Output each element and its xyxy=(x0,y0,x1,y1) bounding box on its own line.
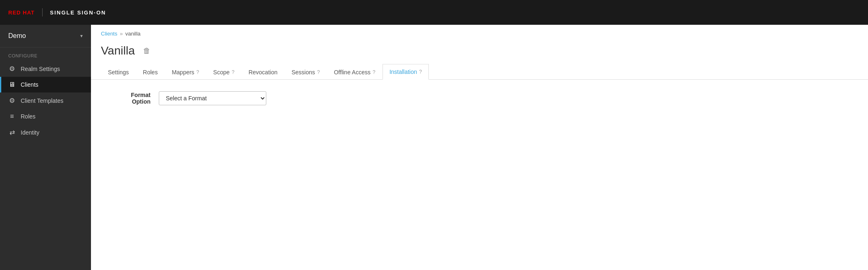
breadcrumb-clients-link[interactable]: Clients xyxy=(101,31,117,37)
breadcrumb: Clients » vanilla xyxy=(91,25,868,40)
sidebar-configure-label: Configure xyxy=(0,47,91,61)
tab-offline-access[interactable]: Offline Access ? xyxy=(327,64,382,80)
mappers-help-icon: ? xyxy=(196,69,199,75)
tab-roles[interactable]: Roles xyxy=(136,64,165,80)
sidebar-item-client-templates[interactable]: ⚙ Client Templates xyxy=(0,92,91,109)
realm-selector[interactable]: Demo ▾ xyxy=(0,25,91,47)
sidebar-item-realm-settings[interactable]: ⚙ Realm Settings xyxy=(0,61,91,77)
page-title: Vanilla xyxy=(101,44,135,57)
sessions-help-icon: ? xyxy=(317,69,320,75)
offline-access-help-icon: ? xyxy=(373,69,375,75)
trash-icon: 🗑 xyxy=(143,47,151,55)
tabs-bar: Settings Roles Mappers ? Scope ? Revocat… xyxy=(91,64,868,80)
page-header: Vanilla 🗑 xyxy=(91,40,868,57)
tab-settings-label: Settings xyxy=(108,69,129,76)
realm-name: Demo xyxy=(8,32,26,40)
sidebar-item-identity[interactable]: ⇄ Identity xyxy=(0,124,91,140)
tab-mappers[interactable]: Mappers ? xyxy=(165,64,206,80)
client-templates-icon: ⚙ xyxy=(8,97,16,104)
format-label-line2: Option xyxy=(101,98,151,105)
brand-sso-text: SINGLE SIGN-ON xyxy=(50,9,106,16)
tab-installation[interactable]: Installation ? xyxy=(383,64,429,80)
identity-icon: ⇄ xyxy=(8,128,16,136)
tab-roles-label: Roles xyxy=(143,69,158,76)
sidebar-item-realm-settings-label: Realm Settings xyxy=(21,66,60,72)
realm-settings-icon: ⚙ xyxy=(8,65,16,73)
sidebar-item-roles-label: Roles xyxy=(21,113,36,120)
scope-help-icon: ? xyxy=(232,69,234,75)
tab-offline-access-label: Offline Access xyxy=(334,69,370,76)
tab-installation-label: Installation xyxy=(390,69,417,75)
realm-chevron-icon: ▾ xyxy=(80,33,83,39)
tab-sessions[interactable]: Sessions ? xyxy=(285,64,327,80)
brand-logo: RED HAT SINGLE SIGN-ON xyxy=(8,8,106,17)
brand-redhat: RED HAT xyxy=(8,9,35,16)
brand-separator xyxy=(42,8,43,17)
sidebar: Demo ▾ Configure ⚙ Realm Settings 🖥 Clie… xyxy=(0,25,91,270)
installation-tab-content: Format Option Select a Format Keycloak O… xyxy=(91,80,868,123)
delete-button[interactable]: 🗑 xyxy=(141,45,152,57)
sidebar-item-client-templates-label: Client Templates xyxy=(21,97,63,104)
main-layout: Demo ▾ Configure ⚙ Realm Settings 🖥 Clie… xyxy=(0,25,868,270)
top-header: RED HAT SINGLE SIGN-ON xyxy=(0,0,868,25)
sidebar-item-identity-label: Identity xyxy=(21,129,39,136)
tab-revocation[interactable]: Revocation xyxy=(242,64,285,80)
sidebar-item-clients[interactable]: 🖥 Clients xyxy=(0,77,91,92)
tab-revocation-label: Revocation xyxy=(249,69,277,76)
format-option-row: Format Option Select a Format Keycloak O… xyxy=(101,91,858,105)
format-select[interactable]: Select a Format Keycloak OIDC JSON Keycl… xyxy=(159,91,266,105)
tab-scope-label: Scope xyxy=(213,69,230,76)
tab-sessions-label: Sessions xyxy=(292,69,315,76)
clients-icon: 🖥 xyxy=(8,81,16,88)
tab-settings[interactable]: Settings xyxy=(101,64,136,80)
roles-icon: ≡ xyxy=(8,113,16,120)
breadcrumb-current: vanilla xyxy=(125,31,141,37)
sidebar-item-roles[interactable]: ≡ Roles xyxy=(0,109,91,124)
installation-help-icon: ? xyxy=(419,69,422,75)
format-label-line1: Format xyxy=(101,92,151,98)
content-area: Clients » vanilla Vanilla 🗑 Settings Rol… xyxy=(91,25,868,270)
brand-red-text: RED HAT xyxy=(8,9,35,16)
sidebar-item-clients-label: Clients xyxy=(21,81,38,88)
breadcrumb-separator: » xyxy=(120,31,123,37)
tab-mappers-label: Mappers xyxy=(172,69,194,76)
tab-scope[interactable]: Scope ? xyxy=(206,64,242,80)
format-option-label: Format Option xyxy=(101,92,151,105)
